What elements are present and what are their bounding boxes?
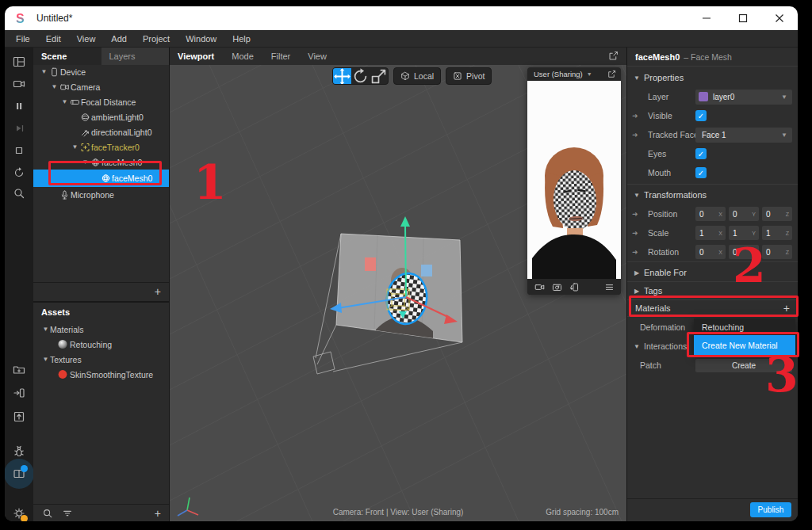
viewport-tab-mode[interactable]: Mode <box>232 51 254 61</box>
flip-camera-icon[interactable] <box>552 282 562 292</box>
asset-item[interactable]: SkinSmoothingTexture <box>33 367 169 382</box>
mouth-checkbox[interactable]: ✓ <box>695 167 707 178</box>
section-properties[interactable]: ▼ Properties <box>627 68 798 87</box>
tree-item-directionalLight0[interactable]: directionalLight0 <box>33 124 169 139</box>
add-object-button[interactable]: + <box>155 286 161 297</box>
tracked-face-dropdown[interactable]: Face 1 ▼ <box>695 128 792 143</box>
add-material-button[interactable]: + <box>783 302 790 315</box>
layout-icon[interactable] <box>13 55 25 68</box>
add-asset-button[interactable]: + <box>155 508 161 519</box>
menu-icon[interactable] <box>604 282 615 292</box>
property-row-eyes: Eyes✓ <box>627 144 798 163</box>
rotate-tool-button[interactable] <box>351 68 370 84</box>
preview-popout-icon[interactable] <box>607 70 616 78</box>
tree-item-faceTracker0[interactable]: ▼ faceTracker0 <box>33 139 169 154</box>
pivot-button[interactable]: Pivot <box>446 67 492 85</box>
material-menu-item-retouching[interactable]: Retouching <box>694 318 795 335</box>
scale-x-field[interactable]: 1X <box>695 226 726 240</box>
position-y-field[interactable]: 0Y <box>729 207 759 221</box>
asset-group-Textures[interactable]: ▼ Textures <box>33 352 169 367</box>
tree-item-Focal Distance[interactable]: ▼ Focal Distance <box>33 94 169 109</box>
patch-create-button[interactable]: Create <box>695 359 792 372</box>
face-mesh-icon <box>100 173 112 183</box>
chevron-down-icon: ▼ <box>41 356 50 363</box>
position-z-field[interactable]: 0Z <box>762 207 792 221</box>
position-x-field[interactable]: 0X <box>695 207 726 221</box>
scale-y-field[interactable]: 1Y <box>729 226 759 240</box>
section-enable-for[interactable]: ▶ Enable For <box>627 263 798 282</box>
close-button[interactable] <box>761 6 798 30</box>
preview-source-dropdown[interactable]: User (Sharing) ▼ <box>527 67 621 81</box>
reset-icon[interactable] <box>13 166 25 179</box>
section-transformations[interactable]: ▼ Transformations <box>627 185 798 204</box>
maximize-button[interactable] <box>725 6 761 30</box>
tree-item-faceMesh0[interactable]: faceMesh0 <box>33 170 169 187</box>
send-to-device-icon[interactable] <box>13 387 25 399</box>
visible-checkbox[interactable]: ✓ <box>695 110 707 121</box>
viewport-tab-view[interactable]: View <box>308 51 327 61</box>
link-arrow-icon[interactable]: ➜ <box>632 131 638 139</box>
filter-icon[interactable] <box>62 508 73 519</box>
scale-z-field[interactable]: 1Z <box>762 226 792 240</box>
publish-button[interactable]: Publish <box>750 502 791 517</box>
assets-title: Assets <box>41 307 70 317</box>
step-forward-icon[interactable] <box>13 122 25 135</box>
link-arrow-icon[interactable]: ➜ <box>632 248 638 256</box>
link-arrow-icon[interactable]: ➜ <box>632 112 638 120</box>
viewport[interactable]: ViewportModeFilterView <box>170 48 626 521</box>
inspector-panel: faceMesh0 – Face Mesh ▼ Properties Layer… <box>626 48 798 521</box>
search-icon[interactable] <box>13 187 25 200</box>
tree-item-faceMesh0[interactable]: ▼ faceMesh0 <box>33 154 169 170</box>
material-menu-item-create-new-material[interactable]: Create New Material <box>694 335 795 355</box>
folder-plus-icon[interactable] <box>13 363 25 376</box>
eyes-checkbox[interactable]: ✓ <box>695 148 707 159</box>
viewport-tab-viewport[interactable]: Viewport <box>178 51 214 61</box>
search-icon[interactable] <box>42 508 53 519</box>
tree-item-label: Microphone <box>71 190 114 200</box>
local-space-button[interactable]: Local <box>393 67 441 85</box>
scene-assets-panel: Scene Layers ▼ Device ▼ Camera ▼ Focal D… <box>33 48 170 521</box>
rotate-device-icon[interactable] <box>569 282 580 292</box>
link-arrow-icon[interactable]: ➜ <box>632 210 638 218</box>
tree-item-ambientLight0[interactable]: ambientLight0 <box>33 109 169 124</box>
record-camera-icon[interactable] <box>13 78 25 90</box>
menu-project[interactable]: Project <box>135 34 178 44</box>
tree-item-Device[interactable]: ▼ Device <box>33 64 169 79</box>
asset-group-Materials[interactable]: ▼ Materials <box>33 322 169 337</box>
main-area: Scene Layers ▼ Device ▼ Camera ▼ Focal D… <box>5 48 798 521</box>
preview-panel: User (Sharing) ▼ <box>527 67 621 295</box>
asset-item[interactable]: Retouching <box>33 337 169 352</box>
menu-window[interactable]: Window <box>178 34 224 44</box>
menubar: FileEditViewAddProjectWindowHelp <box>5 30 798 48</box>
camera-icon[interactable] <box>534 282 545 292</box>
property-label: Eyes <box>648 149 666 158</box>
viewport-tab-filter[interactable]: Filter <box>271 51 290 61</box>
menu-help[interactable]: Help <box>224 34 259 44</box>
tab-layers[interactable]: Layers <box>102 48 170 65</box>
chevron-down-icon: ▼ <box>40 68 48 75</box>
property-label: Mouth <box>648 168 671 177</box>
menu-view[interactable]: View <box>69 34 104 44</box>
link-arrow-icon[interactable]: ➜ <box>632 229 638 237</box>
stop-icon[interactable] <box>13 144 25 157</box>
material-sphere-icon <box>56 339 70 349</box>
scale-tool-button[interactable] <box>370 68 388 84</box>
tree-item-Camera[interactable]: ▼ Camera <box>33 79 169 94</box>
bug-icon[interactable] <box>13 445 25 458</box>
minimize-button[interactable] <box>688 6 725 30</box>
rotation-z-field[interactable]: 0Z <box>762 245 792 259</box>
tree-item-Microphone[interactable]: Microphone <box>33 187 169 202</box>
rotation-x-field[interactable]: 0X <box>695 245 726 259</box>
pause-icon[interactable] <box>13 100 25 112</box>
move-tool-button[interactable] <box>333 68 351 84</box>
rotation-y-field[interactable]: 0Y <box>729 245 759 259</box>
menu-file[interactable]: File <box>5 34 38 44</box>
export-icon[interactable] <box>13 410 25 423</box>
menu-add[interactable]: Add <box>103 34 135 44</box>
layer-color-swatch <box>699 92 708 101</box>
popout-icon[interactable] <box>608 51 619 61</box>
layer-dropdown[interactable]: layer0 ▼ <box>695 90 792 105</box>
section-tags[interactable]: ▶ Tags <box>627 282 798 299</box>
menu-edit[interactable]: Edit <box>38 34 69 44</box>
tab-scene[interactable]: Scene <box>33 48 102 65</box>
